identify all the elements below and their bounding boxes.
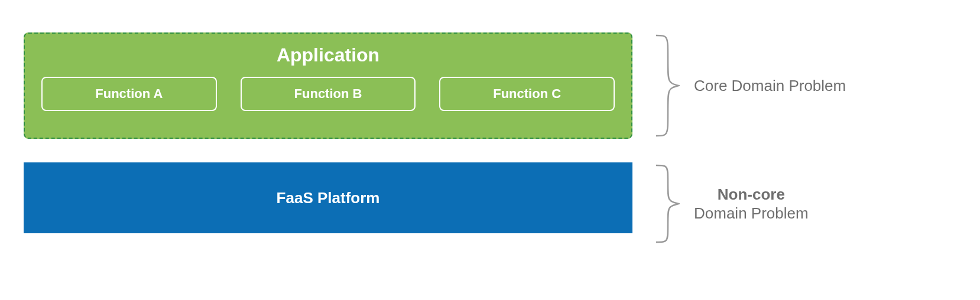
application-title: Application [41,44,615,66]
row-application: Application Function A Function B Functi… [24,32,958,139]
brace-icon [650,162,680,245]
brace-icon [650,32,680,139]
function-box-b: Function B [241,77,416,111]
annotation-core: Core Domain Problem [650,32,846,139]
function-box-a: Function A [41,77,217,111]
row-faas: FaaS Platform Non-core Domain Problem [24,162,958,245]
faas-platform-box: FaaS Platform [24,162,632,233]
faas-title: FaaS Platform [277,189,380,207]
annotation-noncore: Non-core Domain Problem [650,162,809,245]
noncore-rest: Domain Problem [694,204,809,222]
functions-row: Function A Function B Function C [41,77,615,111]
noncore-domain-label: Non-core Domain Problem [694,185,809,223]
diagram-canvas: Application Function A Function B Functi… [24,32,958,245]
core-domain-label: Core Domain Problem [694,76,846,96]
application-box: Application Function A Function B Functi… [24,32,632,139]
noncore-bold: Non-core [718,185,785,203]
function-box-c: Function C [439,77,615,111]
